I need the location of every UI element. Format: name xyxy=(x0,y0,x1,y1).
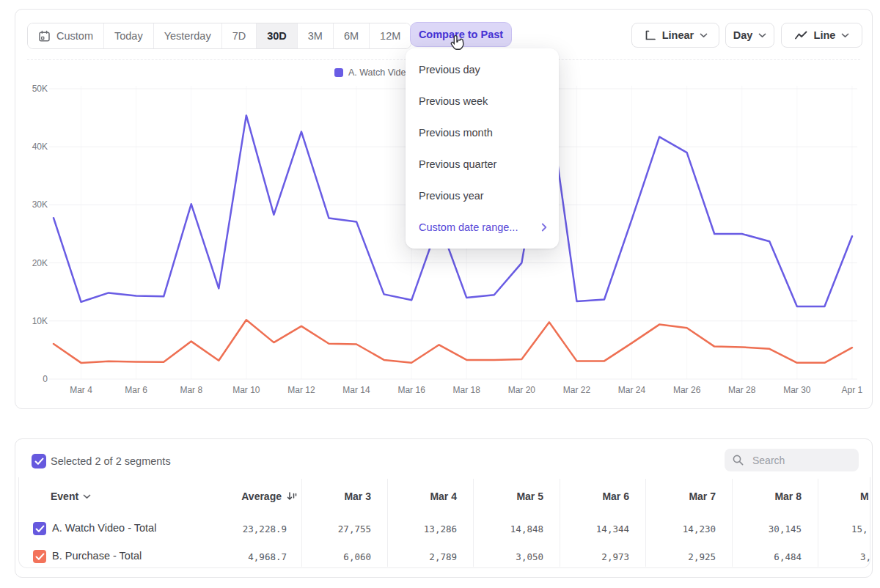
average-header-label: Average xyxy=(241,490,282,502)
date-range-7d[interactable]: 7D xyxy=(222,23,257,48)
x-axis-label: Mar 4 xyxy=(59,385,103,395)
linear-dropdown-button[interactable]: Linear xyxy=(631,23,719,48)
y-axis-label: 30K xyxy=(15,199,48,210)
cell-value: 30,145 xyxy=(725,523,802,534)
date-range-label: Today xyxy=(114,30,143,42)
search-input[interactable] xyxy=(751,454,842,467)
date-range-30d[interactable]: 30D xyxy=(257,23,298,48)
cell-value: 2,789 xyxy=(380,551,457,562)
x-axis-label: Mar 6 xyxy=(114,385,158,395)
menu-item-label: Previous month xyxy=(419,127,493,139)
date-range-label: 30D xyxy=(267,30,287,42)
chevron-down-icon xyxy=(841,33,849,38)
column-header-date[interactable]: Mar 8 xyxy=(728,490,802,502)
cell-value: 14,848 xyxy=(466,523,543,534)
event-header-label: Event xyxy=(51,490,78,502)
date-range-today[interactable]: Today xyxy=(104,23,154,48)
compare-to-past-button[interactable]: Compare to Past xyxy=(410,22,512,47)
y-axis-label: 40K xyxy=(15,142,48,152)
x-axis-label: Mar 20 xyxy=(499,385,543,395)
menu-item-previous-year[interactable]: Previous year xyxy=(406,180,559,211)
date-range-label: 3M xyxy=(308,30,323,42)
cell-average: 23,228.9 xyxy=(191,523,287,534)
cell-value: 6,484 xyxy=(725,551,802,562)
cell-value-truncated: 15, xyxy=(851,523,868,534)
cell-average: 4,968.7 xyxy=(191,551,287,562)
app-root: CustomTodayYesterday7D30D3M6M12M Compare… xyxy=(0,0,880,588)
y-axis-label: 0 xyxy=(15,374,48,384)
cell-value: 2,925 xyxy=(639,551,716,562)
date-range-label: Yesterday xyxy=(164,30,211,42)
menu-item-previous-week[interactable]: Previous week xyxy=(406,85,559,117)
column-header-date[interactable]: Mar 3 xyxy=(298,490,371,502)
x-axis-label: Mar 14 xyxy=(334,385,378,395)
x-axis-label: Mar 10 xyxy=(224,385,268,395)
date-range-label: Custom xyxy=(56,30,93,42)
compare-dropdown-menu: Previous dayPrevious weekPrevious monthP… xyxy=(406,48,559,249)
column-header-date[interactable]: Mar 5 xyxy=(470,490,543,502)
menu-item-previous-quarter[interactable]: Previous quarter xyxy=(406,148,559,180)
cell-value: 14,344 xyxy=(552,523,629,534)
menu-item-previous-day[interactable]: Previous day xyxy=(406,54,559,85)
day-label: Day xyxy=(733,29,753,41)
cell-value: 14,230 xyxy=(639,523,716,534)
segments-card: Selected 2 of 2 segments EventAverageMar… xyxy=(15,438,873,578)
column-header-truncated: M xyxy=(860,490,869,502)
date-range-label: 12M xyxy=(380,30,400,42)
x-axis-label: Mar 12 xyxy=(279,385,323,395)
select-all-checkbox[interactable] xyxy=(32,454,46,468)
x-axis-label: Mar 28 xyxy=(720,385,764,395)
chevron-down-icon xyxy=(700,33,708,38)
cell-value: 3,050 xyxy=(466,551,543,562)
cell-value-truncated: 3, xyxy=(860,551,871,562)
date-range-label: 7D xyxy=(232,30,246,42)
date-range-label: 6M xyxy=(344,30,359,42)
cell-value: 2,973 xyxy=(552,551,629,562)
series-line-b-purchase-total xyxy=(54,320,852,363)
x-axis-label: Apr 1 xyxy=(830,385,874,395)
line-chart-icon xyxy=(794,30,808,41)
y-axis-label: 50K xyxy=(15,84,48,94)
search-box xyxy=(725,449,859,471)
row-checkbox-b-purchase-total[interactable] xyxy=(33,550,46,563)
linear-label: Linear xyxy=(662,29,694,41)
x-axis-label: Mar 16 xyxy=(389,385,433,395)
menu-item-label: Custom date range... xyxy=(419,221,518,233)
column-header-average[interactable]: Average xyxy=(191,490,298,502)
day-dropdown-button[interactable]: Day xyxy=(725,23,774,48)
row-label[interactable]: B. Purchase - Total xyxy=(52,550,142,562)
chevron-down-icon xyxy=(758,33,766,38)
cell-value: 13,286 xyxy=(380,523,457,534)
row-checkbox-a-watch-video-total[interactable] xyxy=(33,522,46,535)
x-axis-label: Mar 30 xyxy=(775,385,819,395)
line-label: Line xyxy=(814,29,836,41)
x-axis-label: Mar 26 xyxy=(665,385,709,395)
legend-swatch xyxy=(334,68,343,77)
column-header-event[interactable]: Event xyxy=(51,490,91,502)
menu-item-previous-month[interactable]: Previous month xyxy=(406,117,559,148)
menu-item-label: Previous year xyxy=(419,190,484,202)
x-axis-label: Mar 22 xyxy=(554,385,598,395)
search-icon xyxy=(732,454,744,466)
y-axis-label: 20K xyxy=(15,258,48,268)
column-header-date[interactable]: Mar 6 xyxy=(556,490,629,502)
date-range-3m[interactable]: 3M xyxy=(298,23,334,48)
date-range-6m[interactable]: 6M xyxy=(334,23,370,48)
cell-value: 27,755 xyxy=(294,523,371,534)
x-axis-label: Mar 8 xyxy=(169,385,213,395)
date-range-yesterday[interactable]: Yesterday xyxy=(154,23,222,48)
menu-item-label: Previous quarter xyxy=(419,158,496,170)
chevron-down-icon xyxy=(83,494,91,499)
menu-item-custom-date-range[interactable]: Custom date range... xyxy=(406,211,559,243)
axis-icon xyxy=(643,29,656,41)
row-label[interactable]: A. Watch Video - Total xyxy=(52,522,156,534)
sort-desc-icon xyxy=(286,491,298,501)
chevron-right-icon xyxy=(541,223,547,232)
menu-item-label: Previous day xyxy=(419,64,480,76)
x-axis-label: Mar 18 xyxy=(444,385,488,395)
column-header-date[interactable]: Mar 4 xyxy=(384,490,457,502)
line-dropdown-button[interactable]: Line xyxy=(781,23,862,48)
date-range-12m[interactable]: 12M xyxy=(370,23,411,48)
date-range-custom[interactable]: Custom xyxy=(28,23,104,48)
column-header-date[interactable]: Mar 7 xyxy=(642,490,716,502)
